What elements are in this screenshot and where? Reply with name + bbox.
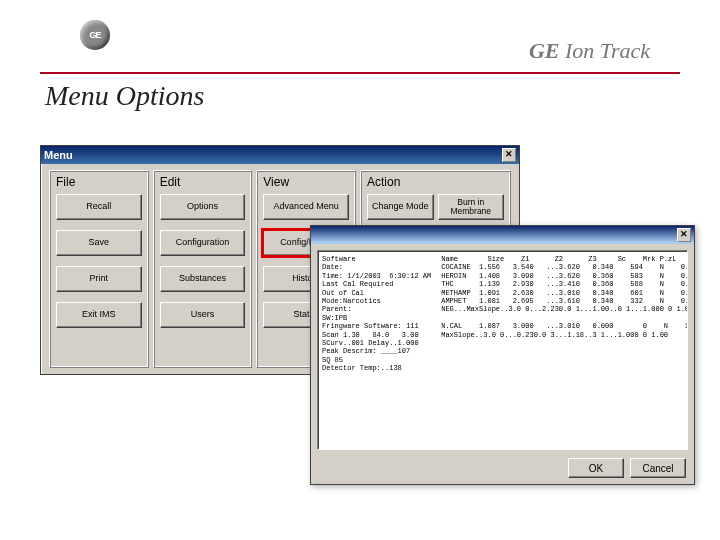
config-notes-window: ✕ Software Date: Time: 1/1/2003 6:30:12 …: [310, 225, 695, 485]
notes-titlebar: ✕: [311, 226, 694, 244]
change-mode-button[interactable]: Change Mode: [367, 194, 434, 220]
burn-in-membrane-button[interactable]: Burn in Membrane: [438, 194, 505, 220]
ok-button[interactable]: OK: [568, 458, 624, 478]
red-divider: [40, 72, 680, 74]
options-button[interactable]: Options: [160, 194, 246, 220]
brand-bold: GE: [529, 38, 560, 63]
save-button[interactable]: Save: [56, 230, 142, 256]
group-action-header: Action: [367, 175, 504, 189]
close-icon[interactable]: ✕: [502, 148, 516, 162]
group-file: File Recall Save Print Exit IMS: [49, 170, 149, 368]
notes-right-column: Name Size Z1 Z2 Z3 Sc Mrk P.zL COCAINE 1…: [441, 255, 688, 445]
substances-button[interactable]: Substances: [160, 266, 246, 292]
slide-title: Menu Options: [45, 80, 204, 112]
configuration-button[interactable]: Configuration: [160, 230, 246, 256]
exit-ims-button[interactable]: Exit IMS: [56, 302, 142, 328]
group-edit-header: Edit: [160, 175, 246, 189]
advanced-menu-button[interactable]: Advanced Menu: [263, 194, 349, 220]
cancel-button[interactable]: Cancel: [630, 458, 686, 478]
notes-left-column: Software Date: Time: 1/1/2003 6:30:12 AM…: [322, 255, 431, 445]
print-button[interactable]: Print: [56, 266, 142, 292]
brand-text: GE Ion Track: [529, 38, 650, 64]
menu-titlebar: Menu ✕: [41, 146, 519, 164]
close-icon[interactable]: ✕: [677, 228, 691, 242]
config-notes-textarea[interactable]: Software Date: Time: 1/1/2003 6:30:12 AM…: [317, 250, 688, 450]
recall-button[interactable]: Recall: [56, 194, 142, 220]
menu-title-label: Menu: [44, 149, 73, 161]
group-view-header: View: [263, 175, 349, 189]
group-edit: Edit Options Configuration Substances Us…: [153, 170, 253, 368]
users-button[interactable]: Users: [160, 302, 246, 328]
group-file-header: File: [56, 175, 142, 189]
ge-logo: GE: [80, 20, 110, 50]
brand-thin: Ion Track: [565, 38, 650, 63]
